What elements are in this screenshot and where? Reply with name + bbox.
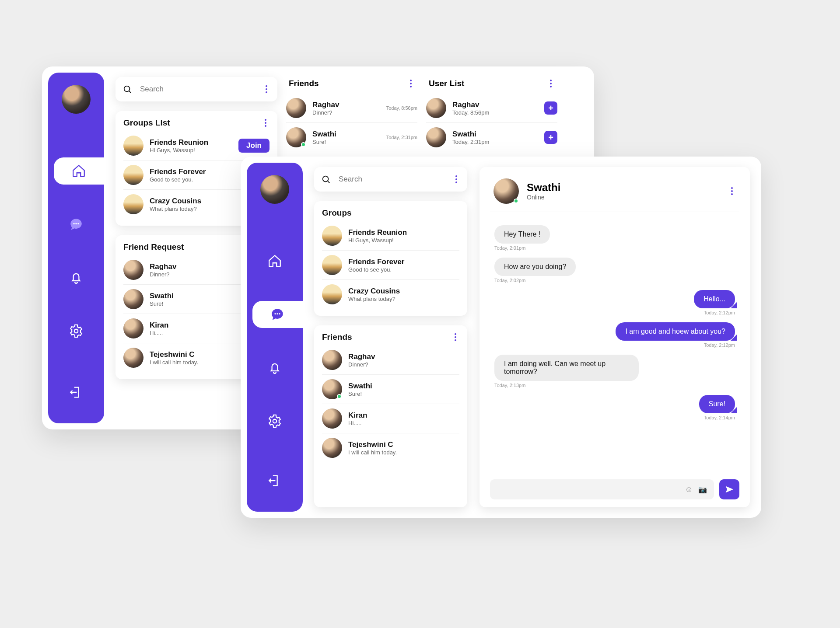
avatar — [322, 408, 342, 429]
item-name: Crazy Cousins — [348, 287, 459, 296]
nav-chat[interactable] — [51, 211, 101, 238]
gear-icon — [267, 414, 282, 429]
list-item[interactable]: Swathi Today, 2:31pm + — [426, 123, 557, 152]
svg-point-9 — [323, 176, 329, 182]
search-icon — [122, 84, 132, 94]
search-input[interactable] — [339, 175, 444, 184]
item-time: Today, 8:56pm — [452, 109, 538, 116]
search-bar[interactable] — [314, 167, 467, 192]
message-time: Today, 2:12pm — [704, 310, 735, 315]
list-item[interactable]: Friends Reunion Hi Guys, Wassup! — [322, 221, 459, 251]
gear-icon — [69, 324, 84, 338]
nav-settings[interactable] — [249, 408, 300, 435]
nav-notifications[interactable] — [51, 264, 101, 291]
chat-text-input[interactable]: ☺ 📷 — [490, 479, 714, 499]
list-item[interactable]: Crazy Cousins What plans today? — [322, 280, 459, 309]
avatar — [322, 350, 342, 370]
friends-title: Friends — [289, 79, 319, 88]
chat-contact-name: Swathi — [527, 181, 560, 194]
list-item[interactable]: Raghav Dinner? — [322, 345, 459, 375]
item-subtitle: Sure! — [348, 391, 459, 397]
list-item[interactable]: Tejeshwini C I will call him today. — [322, 433, 459, 462]
friends-more-icon[interactable] — [407, 80, 415, 87]
groups-card: Groups Friends Reunion Hi Guys, Wassup! … — [314, 201, 467, 316]
friend-request-title: Friend Request — [123, 242, 184, 252]
nav-logout[interactable] — [51, 379, 101, 406]
join-button[interactable]: Join — [238, 139, 270, 153]
nav-items — [247, 248, 303, 435]
svg-point-5 — [275, 313, 276, 314]
avatar — [286, 127, 306, 147]
search-input[interactable] — [140, 85, 255, 94]
friends-more-icon[interactable] — [452, 333, 459, 341]
avatar — [426, 127, 446, 147]
message-incoming: Hey There ! — [494, 225, 550, 244]
chat-more-icon[interactable] — [728, 187, 736, 195]
message-time: Today, 2:02pm — [494, 278, 525, 283]
send-button[interactable] — [719, 479, 739, 499]
emoji-icon[interactable]: ☺ — [685, 485, 693, 494]
list-item[interactable]: Swathi Sure! — [322, 375, 459, 404]
item-name: Raghav — [452, 101, 538, 109]
list-item[interactable]: Raghav Today, 8:56pm + — [426, 94, 557, 123]
profile-avatar[interactable] — [260, 175, 289, 204]
list-item[interactable]: Kiran Hi..... — [322, 404, 459, 433]
profile-avatar[interactable] — [62, 85, 91, 114]
camera-icon[interactable]: 📷 — [698, 485, 707, 494]
nav-home[interactable] — [54, 157, 104, 185]
home-icon — [267, 254, 282, 269]
search-more-icon[interactable] — [262, 85, 270, 93]
message-time: Today, 2:13pm — [494, 383, 525, 388]
item-time: Today, 2:31pm — [452, 139, 538, 145]
friends-title: Friends — [322, 332, 352, 342]
groups-list-title: Groups List — [123, 118, 170, 128]
chat-contact-avatar[interactable] — [494, 178, 519, 204]
message-incoming: How are you doing? — [494, 258, 576, 276]
message-outgoing: I am good and hoew about you? — [616, 322, 735, 341]
svg-point-8 — [273, 419, 277, 423]
item-subtitle: Hi Guys, Wassup! — [150, 147, 232, 154]
item-name: Swathi — [452, 130, 538, 139]
item-time: Today, 2:31pm — [386, 135, 417, 140]
item-subtitle: Dinner? — [348, 361, 459, 368]
item-subtitle: Sure! — [312, 139, 380, 145]
item-subtitle: Hi Guys, Wassup! — [348, 237, 459, 244]
add-button[interactable]: + — [544, 131, 557, 144]
avatar — [123, 136, 144, 156]
nav-logout[interactable] — [249, 467, 300, 494]
bell-icon — [267, 360, 282, 375]
item-subtitle: I will call him today. — [348, 449, 459, 456]
nav-home[interactable] — [249, 248, 300, 275]
avatar — [322, 255, 342, 275]
svg-point-1 — [75, 223, 77, 224]
nav-settings[interactable] — [51, 317, 101, 345]
avatar — [322, 438, 342, 458]
nav-notifications[interactable] — [249, 354, 300, 381]
avatar — [123, 165, 144, 185]
add-button[interactable]: + — [544, 101, 557, 115]
list-item[interactable]: Friends Reunion Hi Guys, Wassup! Join — [123, 131, 270, 160]
message-outgoing: Sure! — [699, 395, 735, 413]
groups-list-more-icon[interactable] — [262, 119, 270, 127]
search-bar[interactable] — [116, 77, 277, 101]
svg-point-2 — [77, 223, 79, 224]
item-name: Raghav — [348, 352, 459, 361]
item-time: Today, 8:56pm — [386, 105, 417, 111]
sidebar — [247, 163, 303, 512]
list-item[interactable]: Friends Forever Good to see you. — [322, 251, 459, 280]
user-list-more-icon[interactable] — [547, 80, 555, 87]
logout-icon — [267, 473, 282, 488]
user-list-title: User List — [429, 79, 464, 88]
logout-icon — [69, 385, 84, 400]
groups-title: Groups — [322, 208, 352, 218]
list-item[interactable]: Raghav Dinner? Today, 8:56pm — [286, 94, 417, 123]
item-subtitle: Good to see you. — [348, 266, 459, 273]
list-item[interactable]: Swathi Sure! Today, 2:31pm — [286, 123, 417, 152]
bell-icon — [69, 270, 84, 285]
search-icon — [321, 174, 331, 184]
svg-point-6 — [277, 313, 278, 314]
nav-chat[interactable] — [252, 301, 303, 328]
item-name: Kiran — [348, 411, 459, 420]
search-more-icon[interactable] — [452, 175, 460, 183]
item-name: Friends Reunion — [348, 228, 459, 237]
